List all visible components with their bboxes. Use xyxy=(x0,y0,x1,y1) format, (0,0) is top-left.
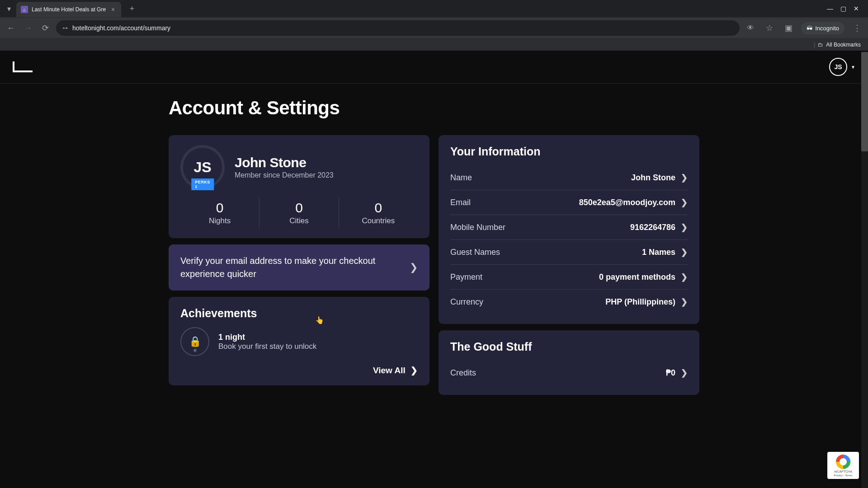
info-label: Payment xyxy=(450,272,482,282)
bookmarks-bar: | 🗀 All Bookmarks xyxy=(0,39,868,51)
visibility-off-icon[interactable]: 👁 xyxy=(744,22,757,34)
incognito-icon: 🕶 xyxy=(807,25,812,32)
app-root: JS ▼ Account & Settings JS PERKS 1 John … xyxy=(0,51,868,484)
view-all-link[interactable]: View All ❯ xyxy=(180,365,418,375)
chevron-down-icon: ▼ xyxy=(851,65,855,70)
info-value: 1 Names xyxy=(642,248,675,257)
recaptcha-logo-icon xyxy=(836,455,850,469)
avatar-large: JS PERKS 1 xyxy=(180,145,225,189)
info-row-guest-names[interactable]: Guest Names 1 Names❯ xyxy=(450,240,688,265)
scrollbar-thumb[interactable] xyxy=(861,52,868,151)
achievement-item: 🔒 1 night Book your first stay to unlock xyxy=(180,327,418,356)
info-row-name[interactable]: Name John Stone❯ xyxy=(450,165,688,190)
tab-bar: ▾ ⌂ Last Minute Hotel Deals at Gre × + —… xyxy=(0,0,868,17)
info-value: ₱0 xyxy=(666,368,675,378)
info-label: Currency xyxy=(450,297,483,307)
stat-cities-label: Cities xyxy=(259,216,338,225)
avatar-initials: JS xyxy=(835,63,842,70)
achievements-title: Achievements xyxy=(180,307,418,320)
site-info-icon[interactable]: ⊶ xyxy=(62,25,68,31)
view-all-label: View All xyxy=(373,366,406,375)
chevron-right-icon: ❯ xyxy=(681,272,688,282)
info-row-currency[interactable]: Currency PHP (Phillippines)❯ xyxy=(450,290,688,314)
info-label: Mobile Number xyxy=(450,223,505,232)
url-text: hoteltonight.com/account/summary xyxy=(72,24,170,32)
profile-name: John Stone xyxy=(235,155,334,170)
stat-countries: 0 Countries xyxy=(339,197,418,228)
stat-nights-label: Nights xyxy=(180,216,259,225)
stat-countries-label: Countries xyxy=(339,216,418,225)
info-row-mobile[interactable]: Mobile Number 9162264786❯ xyxy=(450,215,688,240)
tab-search-dropdown[interactable]: ▾ xyxy=(4,3,14,14)
avatar-large-initials: JS xyxy=(193,159,211,176)
info-label: Name xyxy=(450,173,472,183)
app-header: JS ▼ xyxy=(0,51,868,84)
chevron-right-icon: ❯ xyxy=(681,197,688,207)
left-column: JS PERKS 1 John Stone Member since Decem… xyxy=(169,135,429,385)
url-input[interactable]: ⊶ hoteltonight.com/account/summary xyxy=(56,20,740,36)
back-button[interactable]: ← xyxy=(5,22,17,34)
hoteltonight-logo[interactable] xyxy=(13,61,33,72)
info-value: 9162264786 xyxy=(630,223,675,232)
good-stuff-card: The Good Stuff Credits ₱0❯ xyxy=(439,330,699,395)
right-column: Your Information Name John Stone❯ Email … xyxy=(439,135,699,395)
stat-countries-value: 0 xyxy=(339,200,418,216)
info-value: PHP (Phillippines) xyxy=(605,297,675,307)
browser-menu-icon[interactable]: ⋮ xyxy=(851,22,863,34)
verify-email-text: Verify your email address to make your c… xyxy=(180,254,401,281)
browser-chrome: ▾ ⌂ Last Minute Hotel Deals at Gre × + —… xyxy=(0,0,868,51)
stat-cities: 0 Cities xyxy=(259,197,338,228)
achievements-card: Achievements 🔒 1 night Book your first s… xyxy=(169,297,429,385)
address-bar: ← → ⟳ ⊶ hoteltonight.com/account/summary… xyxy=(0,17,868,39)
account-menu[interactable]: JS ▼ xyxy=(829,58,855,76)
avatar-small: JS xyxy=(829,58,847,76)
info-row-credits[interactable]: Credits ₱0❯ xyxy=(450,361,688,385)
info-row-payment[interactable]: Payment 0 payment methods❯ xyxy=(450,265,688,290)
page-content: Account & Settings JS PERKS 1 John Stone… xyxy=(156,84,712,413)
info-value: 0 payment methods xyxy=(599,272,675,282)
reload-button[interactable]: ⟳ xyxy=(39,22,52,34)
member-since: Member since December 2023 xyxy=(235,171,334,179)
recaptcha-badge[interactable]: reCAPTCHA Privacy - Terms xyxy=(827,452,859,479)
stat-nights: 0 Nights xyxy=(180,197,259,228)
good-stuff-title: The Good Stuff xyxy=(450,340,688,353)
chevron-right-icon: ❯ xyxy=(681,297,688,307)
chevron-right-icon: ❯ xyxy=(681,173,688,183)
forward-button[interactable]: → xyxy=(22,22,34,34)
columns: JS PERKS 1 John Stone Member since Decem… xyxy=(169,135,699,395)
lock-icon: 🔒 xyxy=(180,327,209,356)
stat-cities-value: 0 xyxy=(259,200,338,216)
all-bookmarks-link[interactable]: All Bookmarks xyxy=(826,42,861,48)
browser-tab[interactable]: ⌂ Last Minute Hotel Deals at Gre × xyxy=(16,2,121,17)
chevron-right-icon: ❯ xyxy=(681,222,688,232)
chevron-right-icon: ❯ xyxy=(681,368,688,378)
folder-icon: 🗀 xyxy=(818,42,823,48)
info-label: Guest Names xyxy=(450,248,500,257)
recaptcha-sub: Privacy - Terms xyxy=(834,474,852,477)
maximize-icon[interactable]: ▢ xyxy=(840,5,846,12)
stats-row: 0 Nights 0 Cities 0 Countries xyxy=(180,197,418,228)
minimize-icon[interactable]: — xyxy=(827,5,833,12)
info-value: 850e2ea5@moodjoy.com xyxy=(579,198,675,207)
your-information-card: Your Information Name John Stone❯ Email … xyxy=(439,135,699,324)
incognito-badge[interactable]: 🕶 Incognito xyxy=(801,22,844,34)
window-controls: — ▢ ✕ xyxy=(827,5,864,12)
tab-favicon-icon: ⌂ xyxy=(21,6,28,13)
incognito-label: Incognito xyxy=(815,25,839,32)
panel-icon[interactable]: ▣ xyxy=(782,22,795,34)
info-value: John Stone xyxy=(631,173,675,183)
your-information-title: Your Information xyxy=(450,145,688,158)
info-row-email[interactable]: Email 850e2ea5@moodjoy.com❯ xyxy=(450,190,688,215)
close-window-icon[interactable]: ✕ xyxy=(854,5,859,12)
verify-email-card[interactable]: Verify your email address to make your c… xyxy=(169,244,429,291)
close-tab-icon[interactable]: × xyxy=(109,6,117,13)
achievement-subtitle: Book your first stay to unlock xyxy=(218,342,316,351)
bookmark-star-icon[interactable]: ☆ xyxy=(763,22,776,34)
scrollbar[interactable] xyxy=(861,52,868,484)
new-tab-button[interactable]: + xyxy=(126,2,138,15)
chevron-right-icon: ❯ xyxy=(410,262,418,273)
page-title: Account & Settings xyxy=(169,97,699,119)
info-label: Credits xyxy=(450,368,476,378)
stat-nights-value: 0 xyxy=(180,200,259,216)
achievement-title: 1 night xyxy=(218,333,316,342)
